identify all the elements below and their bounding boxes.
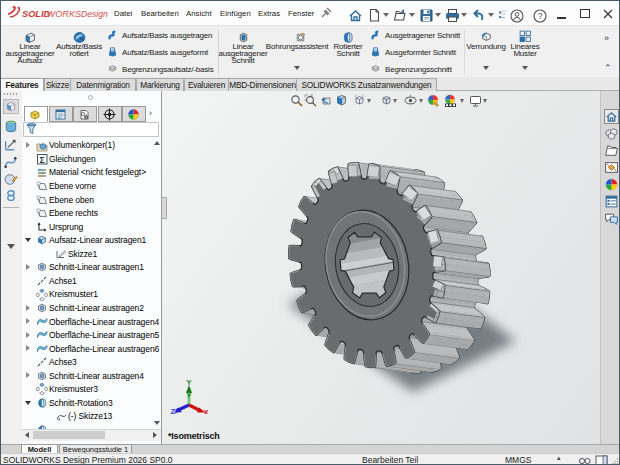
- svg-text:Design: Design: [81, 9, 108, 19]
- svg-text:Σ: Σ: [39, 155, 44, 165]
- svg-text:X: X: [203, 408, 208, 414]
- svg-text:WORKS: WORKS: [47, 9, 83, 19]
- svg-text:Y: Y: [186, 378, 192, 387]
- svg-text:?: ?: [538, 11, 543, 21]
- svg-text:Z: Z: [171, 407, 176, 414]
